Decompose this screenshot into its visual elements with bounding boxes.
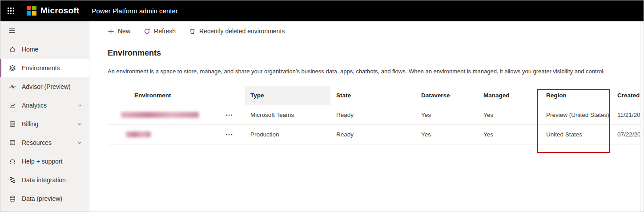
description-text: An	[108, 68, 117, 75]
new-environment-button[interactable]: New	[108, 28, 130, 35]
environments-icon	[8, 64, 16, 72]
recently-deleted-button[interactable]: Recently deleted environments	[189, 28, 285, 35]
state-cell: Ready	[330, 125, 415, 144]
main-content: New Refresh Recently deleted environment…	[89, 21, 644, 212]
sidebar-item-label: Analytics	[22, 102, 47, 109]
column-header-dataverse[interactable]: Dataverse	[415, 86, 478, 105]
created-cell: 07/22/202	[612, 125, 644, 144]
home-icon	[8, 46, 16, 53]
more-options-icon	[225, 114, 233, 116]
managed-cell: Yes	[478, 125, 540, 144]
top-app-bar: Microsoft Power Platform admin center	[0, 0, 644, 21]
refresh-button[interactable]: Refresh	[144, 28, 176, 35]
environment-row: Production Ready Yes Yes United States 0…	[108, 125, 644, 144]
column-header-environment[interactable]: Environment	[108, 86, 218, 105]
region-cell: Preview (United States)	[540, 105, 612, 124]
column-header-managed[interactable]: Managed	[478, 86, 540, 105]
sidebar-item-label: Data integration	[22, 176, 66, 184]
environment-link[interactable]: environment	[117, 68, 149, 75]
database-icon	[8, 195, 16, 203]
sidebar-item-home[interactable]: Home	[0, 40, 89, 59]
row-actions-cell	[218, 125, 245, 144]
region-cell: United States	[540, 125, 612, 144]
sidebar-item-resources[interactable]: Resources	[0, 133, 89, 152]
environments-description: An environment is a space to store, mana…	[108, 68, 644, 75]
chevron-down-icon	[77, 103, 82, 108]
hamburger-icon	[8, 27, 16, 34]
new-button-label: New	[118, 28, 130, 35]
refresh-icon	[144, 28, 150, 35]
plus-icon	[108, 28, 114, 35]
more-options-button[interactable]	[224, 113, 234, 117]
left-navigation: Home Environments Advisor (Preview) Anal…	[0, 21, 89, 212]
column-header-actions	[218, 86, 245, 105]
redacted-environment-name[interactable]	[121, 112, 199, 118]
state-cell: Ready	[330, 105, 415, 124]
sidebar-item-analytics[interactable]: Analytics	[0, 96, 89, 115]
managed-cell: Yes	[478, 105, 540, 124]
sidebar-item-help-support[interactable]: Help + support	[0, 152, 89, 171]
sidebar-item-label: Resources	[22, 139, 52, 146]
page-title: Environments	[108, 48, 644, 58]
waffle-grid-icon	[8, 8, 14, 14]
app-title: Power Platform admin center	[92, 7, 177, 15]
sidebar-item-data-integration[interactable]: Data integration	[0, 171, 89, 189]
refresh-button-label: Refresh	[154, 28, 176, 35]
table-header-row: Environment Type State Dataverse Managed…	[108, 86, 644, 105]
chevron-down-icon	[77, 140, 82, 145]
sidebar-item-label: Help + support	[22, 158, 62, 165]
more-options-button[interactable]	[224, 133, 234, 136]
description-text: is a space to store, manage, and share y…	[148, 68, 473, 75]
data-integration-icon	[8, 176, 16, 184]
sidebar-item-environments[interactable]: Environments	[0, 59, 89, 77]
managed-link[interactable]: managed	[473, 68, 497, 75]
nav-collapse-button[interactable]	[0, 21, 89, 40]
environments-table: Environment Type State Dataverse Managed…	[108, 86, 644, 144]
microsoft-brand: Microsoft	[27, 6, 79, 16]
headset-icon	[8, 158, 16, 165]
type-cell: Production	[245, 125, 330, 144]
environment-name-cell	[108, 125, 218, 144]
vertical-scrollbar[interactable]	[640, 21, 644, 212]
advisor-pulse-icon	[8, 83, 16, 91]
brand-name: Microsoft	[40, 6, 79, 16]
sidebar-item-label: Environments	[22, 64, 60, 72]
environment-name-cell	[108, 105, 218, 124]
analytics-chart-icon	[8, 102, 16, 109]
resources-icon	[8, 139, 16, 147]
recycle-bin-icon	[189, 28, 196, 35]
sidebar-item-label: Home	[22, 46, 38, 53]
redacted-environment-name[interactable]	[126, 132, 151, 137]
app-launcher-waffle-icon[interactable]	[0, 0, 21, 21]
microsoft-logo-icon	[27, 6, 36, 16]
type-cell: Microsoft Teams	[245, 105, 330, 124]
billing-invoice-icon	[8, 120, 16, 128]
more-options-icon	[225, 134, 233, 136]
row-actions-cell	[218, 105, 245, 124]
dataverse-cell: Yes	[415, 125, 478, 144]
sidebar-item-label: Data (preview)	[22, 195, 62, 202]
recently-deleted-label: Recently deleted environments	[199, 28, 285, 35]
sidebar-item-data-preview[interactable]: Data (preview)	[0, 189, 89, 208]
dataverse-cell: Yes	[415, 105, 478, 124]
created-cell: 11/21/202	[612, 105, 644, 124]
command-bar: New Refresh Recently deleted environment…	[89, 21, 644, 41]
sidebar-item-label: Advisor (Preview)	[22, 83, 71, 90]
column-header-region[interactable]: Region	[540, 86, 612, 105]
column-header-created[interactable]: Created on	[612, 86, 644, 105]
sidebar-item-billing[interactable]: Billing	[0, 115, 89, 133]
sidebar-item-label: Billing	[22, 120, 38, 128]
sidebar-item-advisor[interactable]: Advisor (Preview)	[0, 77, 89, 96]
description-text: , it allows you greater visibility and c…	[497, 68, 605, 75]
column-header-state[interactable]: State	[330, 86, 415, 105]
chevron-down-icon	[77, 121, 82, 127]
environment-row: Microsoft Teams Ready Yes Yes Preview (U…	[108, 105, 644, 125]
column-header-type[interactable]: Type	[245, 86, 330, 105]
